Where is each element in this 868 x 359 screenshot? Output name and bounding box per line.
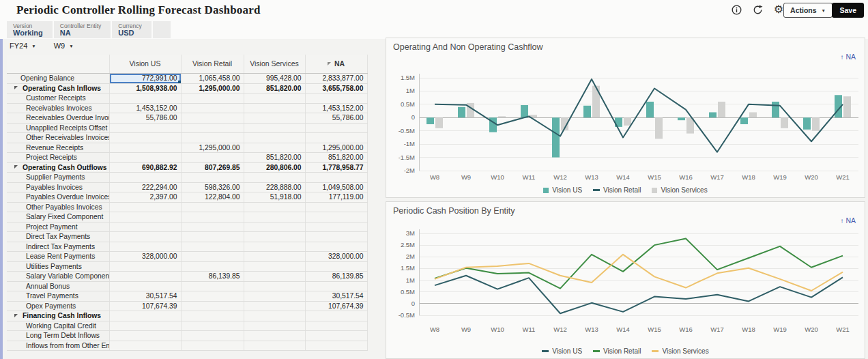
grid-cell[interactable] — [181, 331, 244, 341]
save-button[interactable]: Save — [832, 3, 864, 18]
grid-cell[interactable] — [244, 212, 305, 222]
grid-cell[interactable] — [181, 153, 244, 163]
grid-cell[interactable]: 772,991.00 — [109, 74, 181, 84]
grid-cell[interactable] — [109, 222, 181, 232]
row-header-corner[interactable] — [7, 55, 109, 74]
grid-cell[interactable]: 690,882.92 — [109, 162, 181, 173]
grid-cell[interactable]: 328,000.00 — [305, 252, 367, 262]
refresh-icon[interactable] — [751, 3, 764, 16]
grid-cell[interactable] — [305, 242, 367, 252]
row-label[interactable]: Receivables Invoices — [7, 103, 109, 113]
grid-cell[interactable] — [244, 291, 305, 302]
grid-cell[interactable] — [181, 321, 244, 331]
grid-cell[interactable]: 107,674.39 — [109, 301, 181, 311]
grid-cell[interactable] — [244, 321, 305, 331]
grid-cell[interactable] — [181, 301, 244, 311]
grid-cell[interactable] — [244, 123, 305, 133]
grid-cell[interactable] — [244, 242, 305, 252]
grid-cell[interactable]: 851,820.00 — [305, 153, 367, 163]
actions-button[interactable]: Actions ▼ — [783, 3, 833, 18]
column-header[interactable]: NA — [305, 55, 367, 74]
legend-item[interactable]: Vision US — [542, 347, 582, 355]
row-label[interactable]: Project Receipts — [7, 153, 109, 163]
grid-cell[interactable]: 107,674.39 — [305, 301, 367, 311]
grid-cell[interactable]: 222,294.00 — [109, 182, 181, 192]
row-label[interactable]: Long Term Debt Inflows — [7, 331, 109, 341]
grid-cell[interactable] — [305, 222, 367, 232]
legend-item[interactable]: Vision Retail — [593, 186, 641, 194]
grid-cell[interactable]: 1,065,458.00 — [181, 74, 244, 84]
grid-cell[interactable] — [181, 311, 244, 321]
pov-item[interactable]: Controller EntityNA — [54, 21, 111, 38]
grid-cell[interactable] — [244, 252, 305, 262]
grid-cell[interactable] — [244, 272, 305, 282]
grid-cell[interactable] — [109, 202, 181, 212]
column-header[interactable]: Vision Retail — [181, 55, 244, 74]
row-label[interactable]: Opex Payments — [7, 301, 109, 311]
grid-cell[interactable] — [181, 133, 244, 143]
grid-cell[interactable] — [244, 103, 305, 113]
grid-cell[interactable] — [181, 212, 244, 222]
row-label[interactable]: Operating Cash Outflows — [7, 162, 109, 173]
panel-splitter[interactable] — [0, 39, 3, 359]
grid-cell[interactable] — [305, 341, 367, 351]
row-label[interactable]: Payables Overdue Invoices — [7, 192, 109, 203]
grid-cell[interactable] — [181, 123, 244, 133]
grid-cell[interactable] — [109, 153, 181, 163]
grid-cell[interactable] — [181, 232, 244, 242]
row-label[interactable]: Other Receivables Invoices — [7, 133, 109, 143]
grid-cell[interactable]: 851,820.00 — [244, 153, 305, 163]
grid-cell[interactable] — [109, 173, 181, 183]
pov-item[interactable]: VersionWorking — [7, 21, 53, 38]
grid-cell[interactable] — [244, 261, 305, 272]
row-label[interactable]: Lease Rent Payments — [7, 252, 109, 262]
row-label[interactable]: Travel Payments — [7, 291, 109, 302]
grid-cell[interactable]: 328,000.00 — [109, 252, 181, 262]
grid-cell[interactable]: 598,326.00 — [181, 182, 244, 192]
row-label[interactable]: Receivables Overdue Invoices — [7, 113, 109, 124]
pov-item[interactable]: CurrencyUSD — [112, 21, 151, 38]
grid-cell[interactable]: 86,139.85 — [181, 272, 244, 282]
grid-cell[interactable] — [109, 143, 181, 153]
grid-cell[interactable] — [305, 212, 367, 222]
row-label[interactable]: Unapplied Receipts Offset — [7, 123, 109, 133]
year-selector[interactable]: FY24 ▼ — [10, 42, 36, 50]
grid-cell[interactable] — [109, 232, 181, 242]
grid-cell[interactable] — [244, 281, 305, 291]
collapse-triangle-icon[interactable] — [14, 86, 18, 89]
grid-cell[interactable] — [305, 321, 367, 331]
grid-cell[interactable] — [109, 261, 181, 272]
row-label[interactable]: Indirect Tax Payments — [7, 242, 109, 252]
grid-cell[interactable]: 177,119.00 — [305, 192, 367, 203]
row-label[interactable]: Annual Bonus — [7, 281, 109, 291]
grid-cell[interactable]: 55,786.00 — [305, 113, 367, 124]
row-label[interactable]: Direct Tax Payments — [7, 232, 109, 242]
grid-cell[interactable] — [109, 133, 181, 143]
grid-cell[interactable] — [305, 123, 367, 133]
grid-cell[interactable] — [109, 331, 181, 341]
grid-cell[interactable] — [181, 242, 244, 252]
grid-cell[interactable] — [181, 281, 244, 291]
grid-cell[interactable] — [244, 222, 305, 232]
column-header[interactable]: Vision US — [109, 55, 181, 74]
grid-cell[interactable] — [181, 113, 244, 124]
grid-cell[interactable] — [244, 232, 305, 242]
grid-cell[interactable] — [109, 94, 181, 104]
row-label[interactable]: Salary Variable Component — [7, 272, 109, 282]
row-label[interactable]: Operating Cash Inflows — [7, 83, 109, 94]
grid-cell[interactable]: 30,517.54 — [109, 291, 181, 302]
grid-cell[interactable]: 3,655,758.00 — [305, 83, 367, 94]
grid-cell[interactable] — [305, 232, 367, 242]
grid-cell[interactable]: 228,888.00 — [244, 182, 305, 192]
grid-cell[interactable]: 1,049,508.00 — [305, 182, 367, 192]
grid-cell[interactable] — [109, 311, 181, 321]
grid-cell[interactable] — [109, 341, 181, 351]
grid-cell[interactable] — [181, 222, 244, 232]
info-icon[interactable] — [730, 3, 742, 16]
grid-cell[interactable]: 280,806.00 — [244, 162, 305, 173]
grid-cell[interactable] — [305, 311, 367, 321]
grid-cell[interactable]: 30,517.54 — [305, 291, 367, 302]
week-selector[interactable]: W9 ▼ — [54, 42, 74, 50]
grid-cell[interactable]: 1,295,000.00 — [181, 83, 244, 94]
grid-cell[interactable]: 1,508,938.00 — [109, 83, 181, 94]
